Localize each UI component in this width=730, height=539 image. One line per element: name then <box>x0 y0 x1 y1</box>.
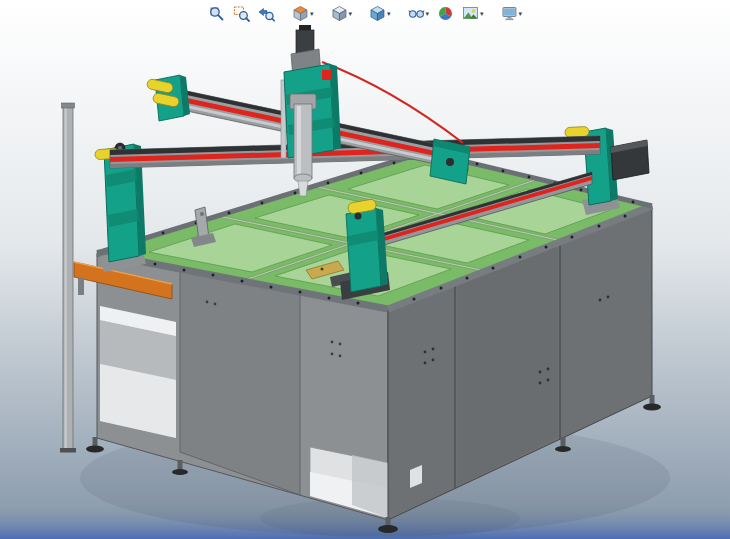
previous-view-icon <box>258 5 275 22</box>
dropdown-arrow: ▾ <box>348 10 352 17</box>
hide-show-items-button[interactable]: ▾ <box>405 3 433 24</box>
heads-up-view-toolbar: ▾ ▾ ▾ ▾ <box>205 3 525 24</box>
view-settings-button[interactable]: ▾ <box>498 3 526 24</box>
dropdown-arrow: ▾ <box>310 10 314 17</box>
view-orientation-button[interactable]: ▾ <box>327 3 355 24</box>
cad-viewport[interactable] <box>0 0 730 539</box>
view-orientation-icon <box>330 5 347 22</box>
edit-appearance-button[interactable] <box>434 3 457 24</box>
hide-show-items-icon <box>408 5 425 22</box>
previous-view-button[interactable] <box>255 3 278 24</box>
zoom-to-fit-icon <box>208 5 225 22</box>
zoom-to-area-icon <box>233 5 250 22</box>
dropdown-arrow: ▾ <box>426 10 430 17</box>
view-settings-icon <box>501 5 518 22</box>
dropdown-arrow: ▾ <box>387 10 391 17</box>
zoom-to-area-button[interactable] <box>230 3 253 24</box>
dropdown-arrow: ▾ <box>480 10 484 17</box>
apply-scene-icon <box>462 5 479 22</box>
apply-scene-button[interactable]: ▾ <box>459 3 487 24</box>
section-view-button[interactable]: ▾ <box>289 3 317 24</box>
edit-appearance-icon <box>437 5 454 22</box>
display-style-button[interactable]: ▾ <box>366 3 394 24</box>
display-style-icon <box>369 5 386 22</box>
dropdown-arrow: ▾ <box>519 10 523 17</box>
zoom-to-fit-button[interactable] <box>205 3 228 24</box>
section-view-icon <box>292 5 309 22</box>
